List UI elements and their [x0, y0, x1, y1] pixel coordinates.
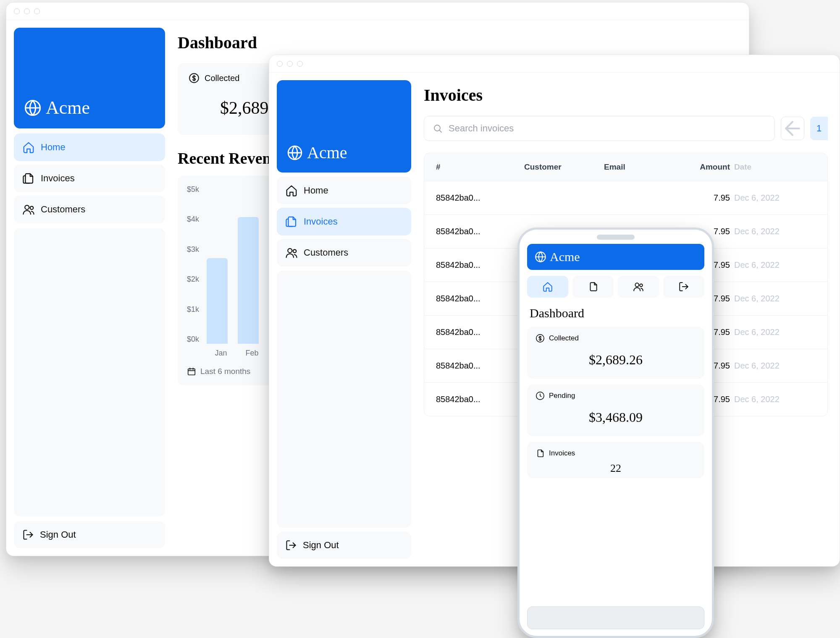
cell-id: 85842ba0... [436, 395, 520, 404]
users-icon [22, 203, 35, 216]
table-row[interactable]: 85842ba0...7.95Dec 6, 2022 [424, 181, 827, 214]
stat-label: Collected [549, 334, 579, 343]
search-input[interactable] [449, 123, 766, 134]
page-title: Dashboard [178, 33, 737, 52]
cell-id: 85842ba0... [436, 327, 520, 337]
users-icon [633, 281, 644, 292]
sidebar-spacer [277, 271, 411, 528]
sidebar-item-label: Invoices [304, 216, 338, 227]
pager-prev-button[interactable] [781, 117, 804, 140]
chart-xtick: Jan [210, 349, 231, 358]
home-icon [285, 184, 298, 197]
globe-icon [287, 145, 303, 161]
sidebar-spacer [14, 228, 165, 516]
cell-date: Dec 6, 2022 [734, 361, 806, 371]
sidebar: Acme Home Invoices Customers [277, 80, 411, 559]
traffic-light-close[interactable] [277, 61, 283, 67]
search-icon [433, 123, 443, 133]
mobile-nav-invoices[interactable] [572, 276, 614, 298]
chart-xtick: Feb [242, 349, 262, 358]
svg-point-7 [293, 250, 297, 253]
col-email: Email [604, 162, 667, 172]
home-icon [542, 281, 553, 292]
cell-date: Dec 6, 2022 [734, 193, 806, 203]
mobile-nav-home[interactable] [527, 276, 568, 298]
traffic-light-min[interactable] [24, 8, 30, 14]
sidebar-item-invoices[interactable]: Invoices [277, 208, 411, 235]
svg-point-1 [25, 205, 29, 209]
stat-card-invoices: Invoices 22 [527, 442, 704, 478]
mobile-nav [527, 276, 704, 298]
page-title: Invoices [424, 85, 828, 105]
chart-footer-label: Last 6 months [200, 367, 250, 376]
cell-id: 85842ba0... [436, 260, 520, 270]
col-customer: Customer [524, 162, 600, 172]
chart-bar [207, 258, 228, 344]
brand-name: Acme [307, 143, 347, 162]
signout-icon [285, 539, 297, 551]
sidebar-item-label: Home [304, 185, 328, 196]
cell-amount: 7.95 [671, 193, 730, 203]
col-id: # [436, 162, 520, 172]
col-amount: Amount [671, 162, 730, 172]
pager-current[interactable]: 1 [810, 117, 828, 140]
titlebar [6, 3, 749, 20]
cell-id: 85842ba0... [436, 193, 520, 203]
brand-name: Acme [46, 97, 90, 118]
sidebar-item-invoices[interactable]: Invoices [14, 165, 165, 192]
search-field[interactable] [424, 116, 775, 141]
signout-button[interactable]: Sign Out [277, 532, 411, 559]
chart-bar [238, 217, 259, 344]
sidebar-item-customers[interactable]: Customers [14, 196, 165, 223]
sidebar-item-home[interactable]: Home [277, 177, 411, 204]
traffic-light-close[interactable] [14, 8, 20, 14]
sidebar-item-customers[interactable]: Customers [277, 239, 411, 267]
home-icon [22, 141, 35, 154]
svg-point-10 [635, 283, 639, 287]
table-header: # Customer Email Amount Date [424, 153, 827, 181]
traffic-light-max[interactable] [34, 8, 40, 14]
stat-value: $3,468.09 [536, 400, 696, 433]
mobile-dashboard-window: Acme Dashboard Collected $2,689.26 [517, 227, 714, 638]
stat-card-collected: Collected $2,689.26 [527, 327, 704, 379]
document-icon [22, 172, 35, 185]
sidebar-item-home[interactable]: Home [14, 133, 165, 161]
sidebar: Acme Home Invoices Customers [14, 28, 165, 548]
cell-id: 85842ba0... [436, 227, 520, 236]
signout-icon [678, 281, 689, 292]
cell-id: 85842ba0... [436, 361, 520, 371]
signout-label: Sign Out [40, 529, 76, 540]
svg-point-2 [30, 207, 34, 210]
clock-icon [536, 391, 545, 400]
stat-value: $2,689.26 [536, 343, 696, 375]
titlebar [269, 55, 840, 73]
signout-label: Sign Out [303, 540, 339, 551]
stat-label: Invoices [549, 449, 575, 458]
document-icon [536, 449, 545, 458]
mobile-nav-customers[interactable] [618, 276, 659, 298]
signout-button[interactable]: Sign Out [14, 521, 165, 548]
svg-point-6 [288, 248, 292, 253]
col-date: Date [734, 162, 806, 172]
document-icon [285, 215, 298, 228]
brand-name: Acme [550, 250, 580, 264]
mobile-nav-signout[interactable] [663, 276, 704, 298]
dollar-icon [189, 73, 200, 84]
cell-date: Dec 6, 2022 [734, 294, 806, 303]
svg-rect-4 [188, 369, 195, 375]
globe-icon [535, 251, 546, 263]
svg-point-8 [434, 125, 440, 131]
dollar-icon [536, 334, 545, 343]
sidebar-item-label: Invoices [41, 173, 75, 184]
sidebar-item-label: Customers [41, 204, 85, 215]
traffic-light-min[interactable] [287, 61, 293, 67]
cell-date: Dec 6, 2022 [734, 327, 806, 337]
chart-yaxis: $5k $4k $3k $2k $1k $0k [187, 185, 199, 345]
brand-card: Acme [277, 80, 411, 173]
traffic-light-max[interactable] [297, 61, 303, 67]
sidebar-item-label: Customers [304, 247, 348, 258]
document-icon [588, 281, 598, 292]
signout-icon [22, 529, 34, 541]
page-title: Dashboard [527, 303, 704, 321]
cell-date: Dec 6, 2022 [734, 395, 806, 404]
